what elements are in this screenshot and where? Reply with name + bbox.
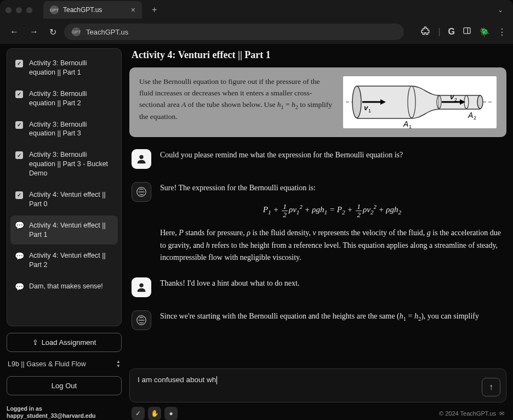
login-info: Logged in as happy_student_33@harvard.ed… <box>7 405 122 420</box>
sidebar-item-3[interactable]: ✓Activity 3: Bernoulli equation || Part … <box>10 145 118 184</box>
message-text: Sure! The expression for the Bernoulli e… <box>160 182 504 264</box>
user-avatar <box>132 149 151 169</box>
check-icon: ✓ <box>15 121 23 129</box>
sidebar-item-label: Activity 3: Bernoulli equation || Part 3 <box>29 120 113 139</box>
svg-point-3 <box>352 86 361 118</box>
panel-icon[interactable] <box>463 26 471 37</box>
logout-label: Log Out <box>52 382 77 390</box>
sidebar-item-label: Activity 3: Bernoulli equation || Part 1 <box>29 59 113 77</box>
message-1: Sure! The expression for the Bernoulli e… <box>132 182 504 264</box>
message-text: Could you please remind me what the expr… <box>160 149 403 169</box>
message-2: Thanks! I'd love a hint about what to do… <box>132 277 504 297</box>
svg-text:2: 2 <box>454 97 457 103</box>
window-controls <box>5 7 32 13</box>
check-icon: ✓ <box>15 191 23 199</box>
mail-icon[interactable]: ✉ <box>499 410 504 417</box>
forward-icon[interactable]: → <box>26 25 42 39</box>
window-close-dot[interactable] <box>5 7 12 13</box>
chat-icon: 💬 <box>15 282 24 292</box>
check-icon: ✓ <box>15 60 23 67</box>
back-icon[interactable]: ← <box>7 25 22 39</box>
footer-check-icon[interactable]: ✓ <box>132 407 145 420</box>
new-tab-button[interactable]: + <box>147 3 161 17</box>
svg-point-22 <box>139 283 143 287</box>
window-min-dot[interactable] <box>16 7 22 13</box>
extensions-icon[interactable] <box>420 26 430 38</box>
chat-input-text: I am confused about wh <box>138 376 498 384</box>
sidebar-item-label: Activity 4: Venturi effect || Part 1 <box>29 221 113 240</box>
sidebar-item-label: Activity 3: Bernoulli equation || Part 3… <box>29 150 113 178</box>
close-tab-icon[interactable]: × <box>131 5 135 14</box>
main-panel: Activity 4: Venturi effect || Part 1 Use… <box>129 48 506 420</box>
site-favicon: GPT <box>72 27 81 36</box>
window-max-dot[interactable] <box>26 7 32 13</box>
prompt-box: Use the Bernoulli equation to figure out… <box>129 67 506 137</box>
bot-avatar <box>132 310 151 330</box>
message-0: Could you please remind me what the expr… <box>132 149 504 169</box>
menu-icon[interactable]: ⋮ <box>498 27 506 37</box>
svg-rect-0 <box>464 28 470 34</box>
copyright: © 2024 TeachGPT.us ✉ <box>439 410 504 417</box>
select-caret-icon: ▲▼ <box>116 360 121 368</box>
message-text: Since we're starting with the Bernoulli … <box>160 310 479 330</box>
reload-icon[interactable]: ↻ <box>46 25 60 39</box>
sidebar-item-0[interactable]: ✓Activity 3: Bernoulli equation || Part … <box>10 53 118 83</box>
logout-button[interactable]: Log Out <box>7 376 122 395</box>
svg-text:A: A <box>403 120 408 128</box>
browser-nav-bar: ← → ↻ GPT TeachGPT.us | G 🪲 ⋮ <box>0 20 513 44</box>
sidebar-item-label: Activity 3: Bernoulli equation || Part 2 <box>29 89 113 108</box>
svg-text:v: v <box>364 104 368 112</box>
user-avatar <box>132 277 151 297</box>
bug-icon[interactable]: 🪲 <box>479 27 490 37</box>
svg-point-5 <box>477 95 483 109</box>
sidebar-item-6[interactable]: 💬Activity 4: Venturi effect || Part 2 <box>10 246 118 275</box>
chat-icon: 💬 <box>15 220 24 231</box>
arrow-up-icon: ↑ <box>489 382 493 392</box>
sidebar-list: ✓Activity 3: Bernoulli equation || Part … <box>7 48 122 326</box>
svg-text:A: A <box>468 111 473 120</box>
browser-tab[interactable]: GPT TeachGPT.us × <box>43 1 142 19</box>
login-prefix: Logged in as <box>7 405 42 412</box>
sidebar-item-label: Dam, that makes sense! <box>29 282 113 291</box>
load-assignment-button[interactable]: ⇪ Load Assignment <box>7 333 122 352</box>
svg-text:v: v <box>450 93 454 101</box>
bot-avatar <box>132 182 151 202</box>
svg-text:2: 2 <box>474 115 476 121</box>
venturi-diagram: v1 A1 v2 A2 <box>343 76 497 128</box>
address-bar[interactable]: GPT TeachGPT.us <box>64 24 404 40</box>
sidebar-item-5[interactable]: 💬Activity 4: Venturi effect || Part 1 <box>10 215 118 245</box>
sidebar-item-1[interactable]: ✓Activity 3: Bernoulli equation || Part … <box>10 84 118 113</box>
chat-icon: 💬 <box>15 251 24 262</box>
footer-dot-icon[interactable]: ● <box>164 407 178 420</box>
footer: ✓ ✋ ● © 2024 TeachGPT.us ✉ <box>129 407 506 420</box>
tabs-dropdown-icon[interactable]: ⌄ <box>493 4 508 16</box>
check-icon: ✓ <box>15 90 23 98</box>
login-user: happy_student_33@harvard.edu <box>7 412 96 419</box>
chat-area: Could you please remind me what the expr… <box>129 149 506 368</box>
upload-icon: ⇪ <box>32 338 38 347</box>
course-label: L9b || Gases & Fluid Flow <box>8 360 86 368</box>
browser-tab-bar: GPT TeachGPT.us × + ⌄ <box>0 0 513 20</box>
message-3: Since we're starting with the Bernoulli … <box>132 310 504 330</box>
activity-title: Activity 4: Venturi effect || Part 1 <box>132 49 506 61</box>
address-url: TeachGPT.us <box>86 28 128 36</box>
tab-favicon: GPT <box>50 5 59 14</box>
course-select[interactable]: L9b || Gases & Fluid Flow ▲▼ <box>7 357 122 371</box>
check-icon: ✓ <box>15 151 23 159</box>
svg-text:1: 1 <box>409 124 412 128</box>
sidebar-item-label: Activity 4: Venturi effect || Part 2 <box>29 251 113 270</box>
message-text: Thanks! I'd love a hint about what to do… <box>160 277 299 297</box>
svg-text:1: 1 <box>368 108 371 113</box>
tab-title: TeachGPT.us <box>63 6 102 14</box>
svg-point-20 <box>139 155 143 159</box>
load-assignment-label: Load Assignment <box>42 338 96 347</box>
chat-input[interactable]: I am confused about wh ↑ <box>129 368 506 402</box>
sidebar-item-label: Activity 4: Venturi effect || Part 0 <box>29 190 113 209</box>
google-icon[interactable]: G <box>448 27 455 37</box>
prompt-text: Use the Bernoulli equation to figure out… <box>139 76 333 128</box>
sidebar-item-7[interactable]: 💬Dam, that makes sense! <box>10 276 118 297</box>
send-button[interactable]: ↑ <box>482 378 500 396</box>
footer-hand-icon[interactable]: ✋ <box>148 407 161 420</box>
sidebar-item-2[interactable]: ✓Activity 3: Bernoulli equation || Part … <box>10 115 118 144</box>
sidebar-item-4[interactable]: ✓Activity 4: Venturi effect || Part 0 <box>10 185 118 214</box>
